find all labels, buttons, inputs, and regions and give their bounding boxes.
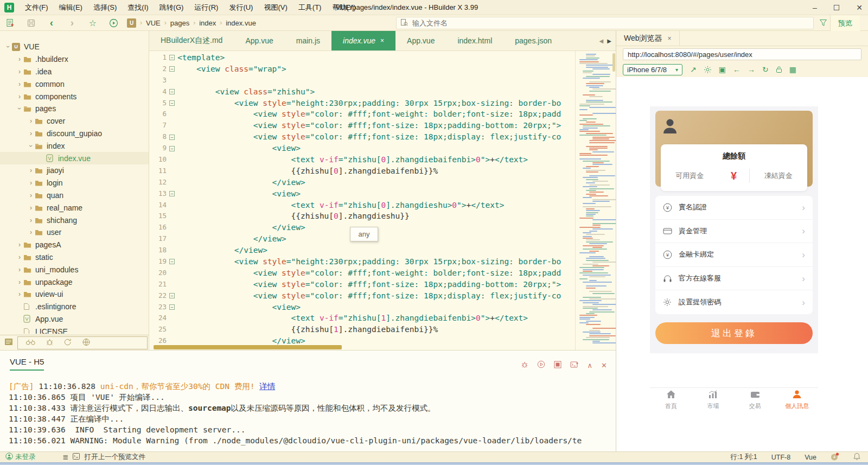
forward-icon[interactable]: › [67, 17, 77, 28]
new-file-icon[interactable] [5, 17, 15, 28]
menu-item-发行(U)[interactable]: 发行(U) [224, 1, 258, 15]
terminal-icon[interactable] [73, 453, 80, 461]
fold-icon[interactable]: − [169, 55, 175, 60]
fold-icon[interactable]: − [169, 259, 175, 264]
tree-item-login[interactable]: ›login [0, 177, 149, 189]
fold-icon[interactable]: − [169, 304, 175, 310]
outline-list-icon[interactable]: ≣ [63, 453, 69, 461]
tree-chevron-icon[interactable]: › [16, 266, 23, 273]
minimap-thumb[interactable] [612, 53, 615, 72]
code-area[interactable]: 1−<template>2− <view class="wrap">34− <v… [149, 51, 575, 350]
tree-item-discount_gupiao[interactable]: ›discount_gupiao [0, 128, 149, 140]
tree-item-.eslintignore[interactable]: .eslintignore [0, 301, 149, 313]
tree-item-pagesA[interactable]: ›pagesA [0, 239, 149, 251]
horizontal-scrollbar[interactable] [154, 345, 342, 349]
close-panel-icon[interactable]: ✕ [601, 361, 607, 370]
tree-chevron-icon[interactable]: › [16, 278, 23, 286]
tree-item-real_name[interactable]: ›real_name [0, 201, 149, 214]
tab-scroll-right-icon[interactable]: ▶ [607, 38, 611, 44]
avatar-person-icon[interactable] [662, 117, 682, 137]
tree-chevron-icon[interactable]: › [27, 216, 35, 224]
qrcode-icon[interactable]: ▦ [789, 65, 796, 74]
tree-item-common[interactable]: ›common [0, 78, 149, 90]
tree-item-user[interactable]: ›user [0, 226, 149, 239]
fold-icon[interactable]: − [169, 100, 175, 106]
tree-chevron-icon[interactable]: › [16, 55, 23, 63]
file-language[interactable]: Vue [805, 454, 816, 461]
run-icon[interactable] [108, 17, 118, 28]
file-list-icon[interactable] [4, 338, 13, 347]
tree-chevron-icon[interactable]: › [27, 204, 35, 212]
minimize-button[interactable]: – [813, 3, 817, 12]
tab-pages.json[interactable]: pages.json [503, 31, 563, 50]
console-link[interactable]: 详情 [259, 382, 275, 391]
breadcrumb-item-VUE[interactable]: VUE [146, 19, 161, 27]
tree-chevron-icon[interactable]: › [16, 68, 23, 75]
tree-chevron-icon[interactable]: › [16, 105, 23, 112]
tree-item-unpackage[interactable]: ›unpackage [0, 276, 149, 288]
filter-icon[interactable] [818, 18, 828, 28]
tab-scroll-left-icon[interactable]: ◀ [599, 38, 604, 44]
menu-item-编辑(E)[interactable]: 编辑(E) [54, 1, 88, 15]
open-previous-preview[interactable]: 打开上一个预览文件 [84, 453, 145, 462]
tab-index.vue[interactable]: index.vue× [331, 31, 395, 50]
tree-chevron-icon[interactable]: › [16, 241, 23, 249]
menu-item-文件(F)[interactable]: 文件(F) [20, 1, 54, 15]
tree-chevron-icon[interactable]: › [27, 228, 35, 236]
tree-item-cover[interactable]: ›cover [0, 115, 149, 128]
search-binoculars-icon[interactable] [25, 339, 36, 347]
menu-item-跳转(G)[interactable]: 跳转(G) [154, 1, 189, 15]
tab-App.vue[interactable]: App.vue [395, 31, 446, 50]
fold-icon[interactable]: − [169, 146, 175, 151]
tree-chevron-icon[interactable]: › [16, 253, 23, 261]
login-status[interactable]: 未登录 [5, 453, 36, 462]
breadcrumb-item-index.vue[interactable]: index.vue [226, 19, 256, 27]
console-run-icon[interactable] [537, 360, 545, 370]
tree-item-pages[interactable]: ›pages [0, 103, 149, 115]
git-sync-icon[interactable] [63, 338, 72, 348]
file-encoding[interactable]: UTF-8 [771, 454, 790, 461]
back-icon[interactable]: ← [733, 65, 741, 74]
device-selector[interactable]: iPhone 6/7/8 ▾ [623, 64, 682, 75]
tab-main.js[interactable]: main.js [285, 31, 331, 50]
tree-chevron-icon[interactable]: › [27, 192, 35, 199]
close-button[interactable]: ✕ [856, 3, 863, 12]
tree-item-index[interactable]: ›index [0, 139, 149, 152]
logout-button[interactable]: 退出登錄 [655, 322, 813, 344]
browser-tab[interactable]: Web浏览器 × [616, 31, 680, 46]
tab-HBuilderX自述.md[interactable]: HBuilderX自述.md [149, 31, 234, 50]
tree-chevron-icon[interactable]: › [27, 142, 35, 150]
tree-chevron-icon[interactable]: › [4, 43, 12, 50]
bookmark-star-icon[interactable]: ☆ [88, 17, 98, 28]
tree-chevron-icon[interactable]: › [16, 80, 23, 88]
tree-chevron-icon[interactable]: › [27, 179, 35, 187]
tree-chevron-icon[interactable]: › [27, 130, 35, 137]
console-debug-icon[interactable] [521, 361, 528, 370]
minimap[interactable] [575, 51, 616, 350]
fold-icon[interactable]: − [169, 135, 175, 140]
fold-icon[interactable]: − [169, 293, 175, 298]
save-icon[interactable] [26, 17, 36, 28]
tree-item-uni_modules[interactable]: ›uni_modules [0, 263, 149, 276]
profile-menu-item-官方在線客服[interactable]: 官方在線客服› [655, 267, 813, 291]
menu-item-选择(S)[interactable]: 选择(S) [88, 1, 122, 15]
collapse-panel-icon[interactable]: ∧ [588, 361, 593, 370]
phone-tab-個人訊息[interactable]: 個人訊息 [776, 388, 819, 411]
tree-item-.idea[interactable]: ›.idea [0, 66, 149, 78]
tree-item-App.vue[interactable]: VApp.vue [0, 313, 149, 326]
notifications-bell-icon[interactable] [853, 453, 860, 462]
tree-item-static[interactable]: ›static [0, 251, 149, 264]
settings-icon[interactable] [704, 66, 712, 74]
tab-close-icon[interactable]: × [380, 37, 384, 44]
debug-bug-icon[interactable] [46, 338, 54, 348]
phone-tab-交易[interactable]: 交易 [734, 388, 776, 411]
preview-button[interactable]: 预览 [830, 15, 860, 31]
menu-item-运行(R)[interactable]: 运行(R) [189, 1, 224, 15]
browser-tab-close-icon[interactable]: × [668, 35, 672, 42]
maximize-button[interactable]: ☐ [833, 3, 840, 12]
tree-chevron-icon[interactable]: › [27, 167, 35, 174]
menu-item-查找(I)[interactable]: 查找(I) [122, 1, 154, 15]
menu-item-视图(V)[interactable]: 视图(V) [258, 1, 292, 15]
tree-chevron-icon[interactable]: › [16, 290, 23, 298]
breadcrumb-item-pages[interactable]: pages [170, 19, 189, 27]
